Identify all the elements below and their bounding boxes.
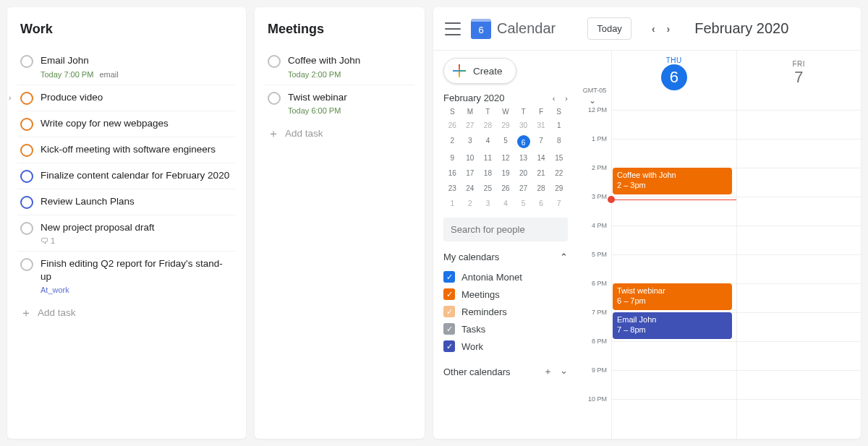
- mini-next-icon[interactable]: ›: [565, 94, 568, 103]
- task-checkbox[interactable]: [20, 170, 33, 183]
- calendar-logo[interactable]: 6 Calendar: [471, 19, 556, 39]
- mini-day[interactable]: 14: [532, 153, 550, 163]
- task-item[interactable]: New project proposal draft🗨 1: [17, 215, 236, 252]
- task-item[interactable]: Coffee with JohnToday 2:00 PM: [265, 48, 414, 85]
- mini-day[interactable]: 26: [497, 183, 515, 194]
- mini-day[interactable]: 1: [443, 198, 461, 209]
- task-checkbox[interactable]: [20, 222, 33, 235]
- checkbox-icon[interactable]: ✓: [443, 271, 455, 283]
- mini-day[interactable]: 11: [479, 153, 497, 163]
- mini-calendar[interactable]: SMTWTFS262728293031123456789101112131415…: [443, 108, 568, 209]
- mini-day[interactable]: 4: [479, 135, 497, 148]
- my-calendars-toggle[interactable]: My calendars ⌃: [443, 252, 568, 262]
- mini-day[interactable]: 9: [443, 153, 461, 163]
- mini-day[interactable]: 2: [461, 198, 480, 209]
- task-checkbox[interactable]: [20, 55, 33, 68]
- create-button[interactable]: Create: [443, 58, 516, 84]
- task-item[interactable]: Email JohnToday 7:00 PMemail: [17, 48, 236, 85]
- mini-day[interactable]: 10: [461, 153, 480, 163]
- task-item[interactable]: Finalize content calendar for February 2…: [17, 163, 236, 189]
- task-checkbox[interactable]: [20, 144, 33, 157]
- mini-day[interactable]: 5: [497, 135, 515, 148]
- task-item[interactable]: Finish editing Q2 report for Friday's st…: [17, 252, 236, 300]
- add-calendar-icon[interactable]: ＋: [543, 365, 553, 378]
- mini-calendar-header: February 2020 ‹ ›: [443, 93, 568, 103]
- mini-day[interactable]: 7: [532, 135, 550, 148]
- menu-icon[interactable]: [445, 22, 461, 35]
- mini-day[interactable]: 26: [443, 120, 461, 131]
- task-checkbox[interactable]: [20, 118, 33, 131]
- mini-day[interactable]: 3: [479, 198, 497, 209]
- checkbox-icon[interactable]: ✓: [443, 288, 455, 300]
- mini-day[interactable]: 8: [550, 135, 568, 148]
- chevron-down-icon[interactable]: ⌄: [560, 365, 568, 378]
- next-arrow-icon[interactable]: ›: [667, 23, 671, 35]
- mini-prev-icon[interactable]: ‹: [553, 94, 556, 103]
- mini-day[interactable]: 24: [461, 183, 480, 194]
- day-column-header[interactable]: THU6: [611, 51, 736, 95]
- mini-day[interactable]: 3: [461, 135, 480, 148]
- calendar-checkbox-row[interactable]: ✓Antonia Monet: [443, 268, 568, 286]
- mini-day[interactable]: 17: [461, 168, 480, 179]
- mini-day[interactable]: 1: [550, 120, 568, 131]
- mini-day[interactable]: 19: [497, 168, 515, 179]
- checkbox-icon[interactable]: ✓: [443, 340, 455, 352]
- mini-day[interactable]: 27: [461, 120, 480, 131]
- task-checkbox[interactable]: [20, 92, 33, 105]
- calendar-event[interactable]: Email John7 – 8pm: [613, 312, 732, 339]
- mini-day[interactable]: 2: [443, 135, 461, 148]
- calendar-checkbox-row[interactable]: ✓Work: [443, 338, 568, 355]
- mini-day[interactable]: 27: [514, 183, 532, 194]
- day-column-header[interactable]: FRI7: [736, 51, 861, 95]
- meetings-add-task[interactable]: ＋ Add task: [265, 121, 414, 146]
- mini-day[interactable]: 22: [550, 168, 568, 179]
- prev-arrow-icon[interactable]: ‹: [652, 23, 655, 35]
- mini-day[interactable]: 6: [532, 198, 550, 209]
- task-checkbox[interactable]: [268, 55, 281, 68]
- calendar-checkbox-row[interactable]: ✓Tasks: [443, 320, 568, 338]
- mini-day[interactable]: 20: [514, 168, 532, 179]
- mini-day[interactable]: 13: [514, 153, 532, 163]
- mini-day[interactable]: 4: [497, 198, 515, 209]
- task-item[interactable]: Kick-off meeting with software engineers: [17, 137, 236, 163]
- mini-day[interactable]: 18: [479, 168, 497, 179]
- task-item[interactable]: ›Produce video: [17, 85, 236, 111]
- calendar-checkbox-row[interactable]: ✓Reminders: [443, 303, 568, 320]
- today-button[interactable]: Today: [587, 17, 631, 40]
- mini-day[interactable]: 30: [514, 120, 532, 131]
- mini-day[interactable]: 29: [497, 120, 515, 131]
- now-indicator: [611, 200, 736, 200]
- mini-day[interactable]: 28: [479, 120, 497, 131]
- checkbox-icon[interactable]: ✓: [443, 306, 455, 317]
- calendar-grid[interactable]: ⌄ 12 PM1 PM2 PM3 PM4 PM5 PM6 PM7 PM8 PM9…: [578, 95, 861, 439]
- task-checkbox[interactable]: [20, 258, 33, 271]
- mini-day[interactable]: 6: [517, 135, 530, 148]
- work-panel: Work Email JohnToday 7:00 PMemail›Produc…: [7, 7, 246, 439]
- mini-day[interactable]: 12: [497, 153, 515, 163]
- mini-day[interactable]: 5: [514, 198, 532, 209]
- mini-day[interactable]: 16: [443, 168, 461, 179]
- task-item[interactable]: Twist webinarToday 6:00 PM: [265, 85, 414, 121]
- task-checkbox[interactable]: [20, 196, 33, 209]
- mini-day[interactable]: 31: [532, 120, 550, 131]
- task-item[interactable]: Write copy for new webpages: [17, 111, 236, 137]
- search-people-input[interactable]: [443, 218, 568, 241]
- task-item[interactable]: Review Launch Plans: [17, 189, 236, 215]
- mini-day[interactable]: 21: [532, 168, 550, 179]
- calendar-checkbox-row[interactable]: ✓Meetings: [443, 286, 568, 303]
- calendar-event[interactable]: Coffee with John2 – 3pm: [613, 168, 732, 194]
- mini-day[interactable]: 23: [443, 183, 461, 194]
- task-checkbox[interactable]: [268, 92, 281, 105]
- mini-day[interactable]: 25: [479, 183, 497, 194]
- work-add-task[interactable]: ＋ Add task: [17, 300, 236, 325]
- mini-day[interactable]: 28: [532, 183, 550, 194]
- mini-day[interactable]: 7: [550, 198, 568, 209]
- mini-day[interactable]: 15: [550, 153, 568, 163]
- mini-day[interactable]: 29: [550, 183, 568, 194]
- expand-icon[interactable]: ⌄: [582, 95, 603, 106]
- calendar-event[interactable]: Twist webinar6 – 7pm: [613, 283, 732, 310]
- checkbox-icon[interactable]: ✓: [443, 323, 455, 335]
- other-calendars-toggle[interactable]: Other calendars ＋ ⌄: [443, 365, 568, 378]
- task-meta: Today 6:00 PM: [288, 106, 412, 115]
- calendar-panel: 6 Calendar Today ‹ › February 2020 Creat…: [433, 7, 861, 439]
